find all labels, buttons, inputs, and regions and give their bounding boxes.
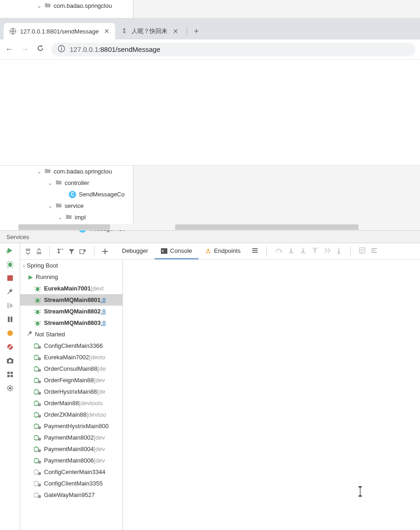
close-icon[interactable]: ✕ [173, 28, 178, 35]
run-config-row[interactable]: PaymentMain8002 [dev [20, 432, 122, 443]
close-icon[interactable]: ✕ [104, 28, 110, 35]
port-link[interactable]: :8 [101, 319, 106, 326]
debug-icon[interactable] [6, 260, 15, 269]
svg-rect-25 [161, 248, 167, 254]
scrollbar-thumb[interactable] [18, 224, 110, 230]
tab-console[interactable]: Console [155, 243, 199, 259]
breakpoint-icon[interactable] [6, 329, 15, 338]
run-config-row[interactable]: EurekaMain7001 [devt [20, 283, 122, 294]
project-tree-panel[interactable]: ⌄ com.badao.springclou [5, 0, 420, 18]
trace-icon[interactable] [371, 248, 377, 255]
port-link[interactable]: :8 [101, 296, 106, 303]
expand-all-icon[interactable] [25, 248, 31, 255]
stop-icon[interactable] [6, 273, 15, 283]
site-info-icon[interactable] [58, 45, 65, 54]
tree-row[interactable]: CSendMessageCo [5, 189, 132, 200]
svg-point-39 [38, 380, 41, 383]
run-config-row[interactable]: OrderHystrixMain88 [de [20, 386, 122, 397]
running-label: Running [36, 273, 58, 280]
add-config-icon[interactable] [79, 248, 87, 255]
scrollbar-thumb[interactable] [175, 224, 359, 230]
run-config-row[interactable]: ConfigClientMain3355 [20, 478, 122, 489]
chevron-down-icon[interactable]: ⌄ [58, 214, 63, 221]
run-config-row[interactable]: EurekaMain7002 [devto [20, 351, 122, 363]
folder-icon [55, 202, 62, 209]
step-over-icon[interactable] [275, 247, 282, 255]
chevron-down-icon[interactable]: ⌄ [37, 2, 42, 9]
class-icon: C [69, 191, 76, 198]
spring-boot-root[interactable]: ›Spring Boot [20, 260, 122, 271]
svg-point-56 [34, 481, 39, 486]
tree-row[interactable]: ⌄service [5, 200, 132, 212]
pause-icon[interactable] [6, 315, 15, 324]
tree-row[interactable]: ⌄impl [5, 212, 132, 223]
browser-tab-active[interactable]: 127.0.0.1:8801/sendMessage ✕ [4, 23, 115, 39]
run-config-row[interactable]: PaymentHystrixMain800 [20, 420, 122, 432]
evaluate-icon[interactable] [359, 247, 365, 255]
run-config-row[interactable]: StreamMQMain8802 :8 [20, 306, 122, 317]
wrench-icon[interactable] [6, 287, 15, 296]
run-config-row[interactable]: StreamMQMain8803 :8 [20, 317, 122, 329]
run-config-row[interactable]: OrderConsulMain88 [de [20, 363, 122, 374]
panel-divider[interactable] [133, 166, 133, 230]
back-button[interactable]: ← [5, 45, 14, 54]
run-config-row[interactable]: PaymentMain8006 [dev [20, 455, 122, 466]
drop-frame-icon[interactable] [324, 247, 330, 255]
address-bar[interactable]: 127.0.0.1:8801/sendMessage [51, 43, 415, 56]
svg-point-55 [38, 472, 41, 474]
separator [50, 246, 50, 257]
services-tree[interactable]: ›Spring Boot▶RunningEurekaMain7001 [devt… [20, 260, 123, 530]
settings-icon[interactable] [6, 384, 15, 393]
run-config-row[interactable]: ConfigClientMain3366 [20, 340, 122, 351]
horizontal-scrollbar[interactable] [18, 224, 420, 230]
chevron-icon[interactable]: › [23, 262, 25, 269]
chevron-down-icon[interactable]: ⌄ [48, 202, 53, 209]
browser-tab-inactive[interactable]: 人呢？快回来 ✕ [115, 23, 184, 39]
force-step-into-icon[interactable] [300, 247, 306, 255]
step-into-icon[interactable] [288, 247, 294, 255]
spring-boot-icon [34, 354, 42, 361]
tree-row[interactable]: ⌄com.badao.springclou [5, 166, 132, 177]
chevron-down-icon[interactable]: ⌄ [48, 179, 53, 186]
not-started-label: Not Started [35, 331, 65, 338]
run-config-row[interactable]: PaymentMain8004 [dev [20, 443, 122, 455]
console-output[interactable] [123, 260, 420, 530]
add-icon[interactable] [102, 248, 108, 255]
forward-button[interactable]: → [20, 45, 29, 54]
rerun-icon[interactable] [6, 246, 15, 255]
browser-viewport[interactable] [0, 60, 420, 165]
run-config-row[interactable]: ConfigCenterMain3344 [20, 466, 122, 478]
endpoints-icon [205, 248, 211, 254]
run-to-cursor-icon[interactable] [336, 247, 342, 255]
camera-icon[interactable] [6, 356, 15, 365]
run-config-row[interactable]: GateWayMain9527 [20, 489, 122, 501]
svg-point-14 [9, 360, 11, 363]
step-icon[interactable] [6, 301, 15, 310]
new-tab-button[interactable]: + [190, 25, 203, 38]
filter-icon[interactable] [68, 248, 75, 255]
svg-point-57 [38, 483, 41, 486]
run-config-row[interactable]: OrderZKMain88 [devtoo [20, 409, 122, 420]
step-out-icon[interactable] [312, 247, 318, 255]
run-config-row[interactable]: OrderFeignMain88 [dev [20, 374, 122, 386]
mute-breakpoints-icon[interactable] [6, 342, 15, 351]
root-label: Spring Boot [27, 262, 58, 269]
tab-endpoints[interactable]: Endpoints [199, 243, 247, 259]
tab-label: Debugger [122, 247, 148, 254]
tab-debugger[interactable]: Debugger [116, 243, 155, 259]
run-config-name: EurekaMain7002 [44, 354, 89, 361]
tree-row[interactable]: ⌄controller [5, 177, 132, 189]
reload-button[interactable] [36, 44, 45, 55]
url-text: 127.0.0.1:8801/sendMessage [70, 45, 160, 53]
run-config-row[interactable]: StreamMQMain8801 :8 [20, 294, 122, 306]
package-row[interactable]: ⌄ com.badao.springclou [5, 0, 420, 11]
collapse-all-icon[interactable] [36, 248, 42, 255]
layout-icon[interactable] [6, 370, 15, 379]
threads-icon[interactable] [252, 248, 258, 255]
running-group[interactable]: ▶Running [20, 271, 122, 283]
chevron-down-icon[interactable]: ⌄ [37, 168, 42, 175]
group-icon[interactable] [57, 248, 64, 255]
run-config-row[interactable]: OrderMain88 [devtools [20, 397, 122, 409]
port-link[interactable]: :8 [101, 308, 106, 315]
not-started-group[interactable]: Not Started [20, 329, 122, 340]
